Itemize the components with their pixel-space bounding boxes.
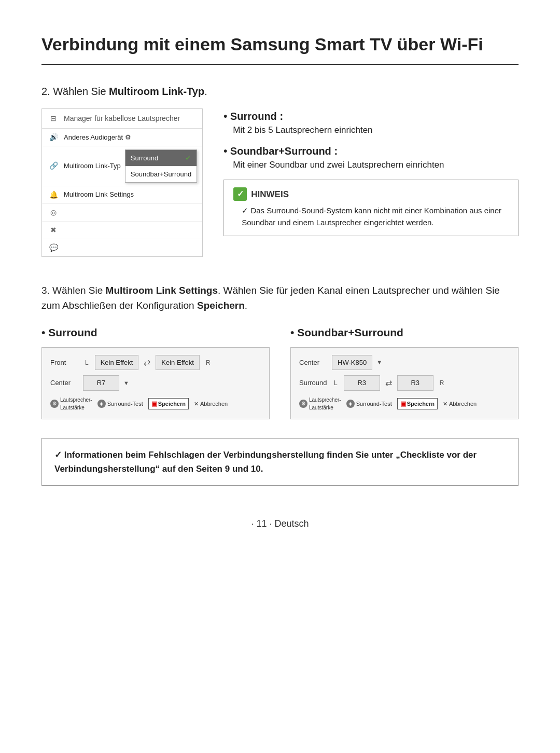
surround-footer-abbrechen[interactable]: ✕ Abbrechen bbox=[194, 400, 228, 408]
soundbar-footer-lautsprecher[interactable]: ⚙ Lautsprecher-Lautstärke bbox=[299, 396, 341, 412]
surround-front-right-box[interactable]: Kein Effekt bbox=[156, 355, 200, 371]
bullet-surround: Surround : Mit 2 bis 5 Lautsprechern ein… bbox=[223, 108, 519, 137]
surround-test-icon: ◈ bbox=[97, 400, 106, 408]
surround-front-R: R bbox=[206, 358, 211, 367]
bullet-surround-title: Surround : bbox=[223, 108, 519, 124]
panel-soundbar-title: Soundbar+Surround bbox=[290, 324, 519, 341]
info-box-text: Informationen beim Fehlschlagen der Verb… bbox=[54, 450, 477, 474]
soundbar-surround-arrow: ⇄ bbox=[385, 377, 392, 389]
surround-front-row: Front L Kein Effekt ⇄ Kein Effekt R bbox=[50, 355, 261, 371]
surround-settings-panel: Front L Kein Effekt ⇄ Kein Effekt R Cent… bbox=[41, 347, 270, 419]
menu-row-x: ✖ bbox=[42, 222, 202, 239]
linktyp-icon: 🔗 bbox=[47, 160, 60, 171]
soundbar-footer-abbrechen[interactable]: ✕ Abbrechen bbox=[443, 400, 477, 408]
bullet-soundbar-title: Soundbar+Surround : bbox=[223, 143, 519, 159]
soundbar-test-label: Surround-Test bbox=[356, 400, 392, 408]
audio-icon: 🔊 bbox=[47, 132, 60, 143]
surround-center-box[interactable]: R7 bbox=[83, 375, 119, 391]
bubble-icon: 💬 bbox=[47, 242, 60, 253]
step3-text-bold1: Multiroom Link Settings bbox=[106, 285, 218, 296]
surround-front-left-box[interactable]: Kein Effekt bbox=[95, 355, 139, 371]
x-icon: ✖ bbox=[47, 225, 60, 236]
soundbar-abbrechen-label: Abbrechen bbox=[449, 400, 477, 408]
hinweis-label: HINWEIS bbox=[251, 188, 289, 201]
soundbar-footer-speichern[interactable]: ▣ Speichern bbox=[397, 398, 438, 409]
soundbar-center-box[interactable]: HW-K850 bbox=[332, 355, 372, 371]
step2-content: ⊟ Manager für kabellose Lautsprecher 🔊 A… bbox=[41, 108, 519, 257]
step2-label-end: . bbox=[204, 86, 207, 97]
soundbar-surround-left-box[interactable]: R3 bbox=[344, 375, 380, 391]
soundbar-lautsprecher-label: Lautsprecher-Lautstärke bbox=[309, 396, 341, 412]
surround-center-arrow-small: ▼ bbox=[123, 379, 129, 388]
speichern-label: Speichern bbox=[158, 400, 186, 408]
surround-front-L: L bbox=[85, 358, 89, 367]
dropdown-soundbar-label: Soundbar+Surround bbox=[131, 169, 191, 180]
bullet-soundbar-desc: Mit einer Soundbar und zwei Lautsprecher… bbox=[233, 159, 519, 172]
soundbar-speichern-icon: ▣ bbox=[400, 399, 406, 408]
menu-row-linktyp[interactable]: 🔗 Multiroom Link-Typ Surround ✓ Soundbar… bbox=[42, 146, 202, 186]
soundbar-footer-test[interactable]: ◈ Surround-Test bbox=[346, 400, 392, 408]
lautsprecher-label: Lautsprecher-Lautstärke bbox=[60, 396, 92, 412]
menu-row-audio: 🔊 Anderes Audiogerät ⚙ bbox=[42, 129, 202, 146]
menu-row-linksettings[interactable]: 🔔 Multiroom Link Settings bbox=[42, 186, 202, 204]
soundbar-surround-R: R bbox=[440, 378, 444, 388]
dropdown-item-soundbar[interactable]: Soundbar+Surround bbox=[125, 167, 197, 182]
step3-text-prefix: 3. Wählen Sie bbox=[41, 285, 106, 296]
surround-center-label: Center bbox=[50, 378, 79, 388]
linktyp-label: Multiroom Link-Typ bbox=[64, 161, 121, 171]
surround-footer: ⚙ Lautsprecher-Lautstärke ◈ Surround-Tes… bbox=[50, 396, 261, 412]
soundbar-center-row: Center HW-K850 ▼ bbox=[299, 355, 510, 371]
speichern-icon: ▣ bbox=[151, 399, 157, 408]
step2-label-text: 2. Wählen Sie bbox=[41, 86, 109, 97]
panel-surround: Surround Front L Kein Effekt ⇄ Kein Effe… bbox=[41, 324, 270, 419]
step2-label: 2. Wählen Sie Multiroom Link-Typ. bbox=[41, 84, 519, 99]
lautsprecher-icon: ⚙ bbox=[50, 400, 59, 408]
menu-row-bubble: 💬 bbox=[42, 239, 202, 256]
linksettings-label: Multiroom Link Settings bbox=[64, 189, 197, 200]
bullet-surround-desc: Mit 2 bis 5 Lautsprechern einrichten bbox=[233, 124, 519, 137]
surround-footer-speichern[interactable]: ▣ Speichern bbox=[148, 398, 189, 409]
step3-text-bold2: Speichern bbox=[197, 300, 245, 311]
surround-panels: Surround Front L Kein Effekt ⇄ Kein Effe… bbox=[41, 324, 519, 419]
soundbar-surround-label: Surround bbox=[299, 378, 328, 388]
page-title: Verbindung mit einem Samsung Smart TV üb… bbox=[41, 31, 519, 65]
dropdown-popup: Surround ✓ Soundbar+Surround bbox=[125, 149, 197, 183]
audio-label: Anderes Audiogerät ⚙ bbox=[64, 132, 197, 143]
menu-header-label: Manager für kabellose Lautsprecher bbox=[64, 113, 180, 124]
abbrechen-label: Abbrechen bbox=[200, 400, 228, 408]
tv-menu-mockup: ⊟ Manager für kabellose Lautsprecher 🔊 A… bbox=[41, 108, 203, 257]
hinweis-icon: ✓ bbox=[233, 187, 247, 201]
soundbar-speichern-label: Speichern bbox=[407, 400, 435, 408]
step3-text-end: . bbox=[245, 300, 247, 311]
step3-label: 3. Wählen Sie Multiroom Link Settings. W… bbox=[41, 283, 519, 313]
panel-surround-title: Surround bbox=[41, 324, 270, 341]
panel-soundbar: Soundbar+Surround Center HW-K850 ▼ Surro… bbox=[290, 324, 519, 419]
surround-test-label: Surround-Test bbox=[107, 400, 143, 408]
soundbar-surround-row: Surround L R3 ⇄ R3 R bbox=[299, 375, 510, 391]
soundbar-footer: ⚙ Lautsprecher-Lautstärke ◈ Surround-Tes… bbox=[299, 396, 510, 412]
surround-footer-lautsprecher[interactable]: ⚙ Lautsprecher-Lautstärke bbox=[50, 396, 92, 412]
linksettings-icon: 🔔 bbox=[47, 189, 60, 200]
soundbar-test-icon: ◈ bbox=[346, 400, 355, 408]
menu-header-row: ⊟ Manager für kabellose Lautsprecher bbox=[42, 109, 202, 129]
soundbar-settings-panel: Center HW-K850 ▼ Surround L R3 ⇄ R3 R ⚙ … bbox=[290, 347, 519, 419]
menu-header-icon: ⊟ bbox=[47, 113, 60, 124]
bullet-info: Surround : Mit 2 bis 5 Lautsprechern ein… bbox=[223, 108, 519, 236]
dropdown-item-surround[interactable]: Surround ✓ bbox=[125, 150, 197, 167]
soundbar-lautsprecher-icon: ⚙ bbox=[299, 400, 307, 408]
soundbar-surround-right-box[interactable]: R3 bbox=[397, 375, 433, 391]
abbrechen-x-icon: ✕ bbox=[194, 400, 199, 408]
bullet-soundbar: Soundbar+Surround : Mit einer Soundbar u… bbox=[223, 143, 519, 172]
hinweis-item: Das Surround-Sound-System kann nicht mit… bbox=[233, 205, 509, 228]
surround-footer-test[interactable]: ◈ Surround-Test bbox=[97, 400, 143, 408]
surround-center-row: Center R7 ▼ bbox=[50, 375, 261, 391]
soundbar-abbrechen-x-icon: ✕ bbox=[443, 400, 447, 408]
step2-label-bold: Multiroom Link-Typ bbox=[109, 86, 204, 97]
dropdown-surround-label: Surround bbox=[131, 153, 158, 163]
menu-row-circle: ◎ bbox=[42, 204, 202, 222]
page-number: · 11 · Deutsch bbox=[41, 517, 519, 531]
circle-icon: ◎ bbox=[47, 207, 60, 218]
dropdown-surround-check: ✓ bbox=[185, 153, 191, 163]
surround-front-arrow: ⇄ bbox=[144, 357, 150, 369]
soundbar-surround-L: L bbox=[334, 378, 338, 388]
